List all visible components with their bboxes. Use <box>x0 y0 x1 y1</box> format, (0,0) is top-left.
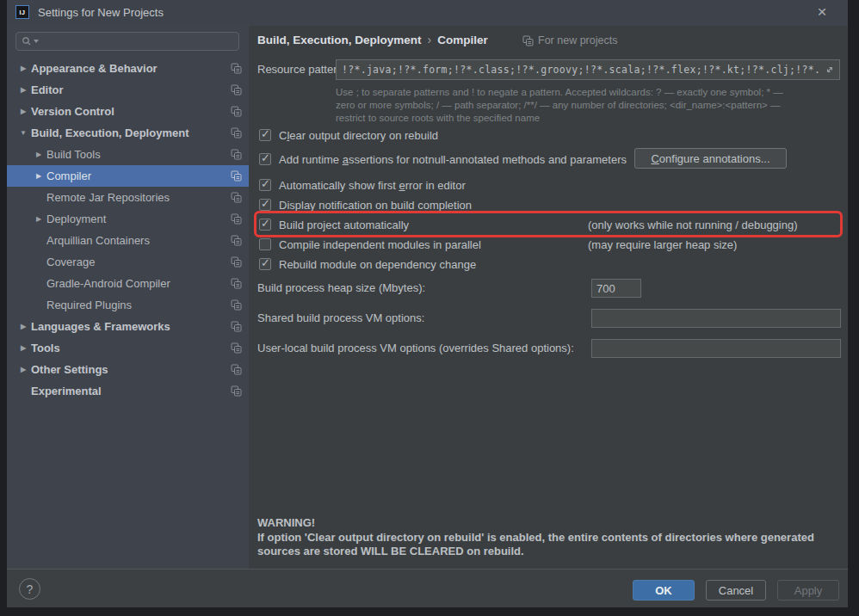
sidebar-item-label: Tools <box>31 342 60 354</box>
chevron-right-icon[interactable]: ▶ <box>17 65 29 72</box>
sidebar-item-label: Build Tools <box>46 148 101 161</box>
sidebar-item-build-tools[interactable]: ▶ Build Tools <box>7 144 249 165</box>
shared-settings-icon <box>231 299 242 311</box>
chevron-right-icon[interactable]: ▶ <box>17 367 29 373</box>
sidebar-item-label: Version Control <box>31 105 114 118</box>
apply-button: Apply <box>777 580 839 601</box>
sidebar-item-other-settings[interactable]: ▶ Other Settings <box>7 359 249 380</box>
rebuild-dependency-checkbox[interactable] <box>259 258 271 270</box>
window-title: Settings for New Projects <box>38 6 164 19</box>
row-build-project-automatically: Build project automatically (only works … <box>259 215 409 234</box>
checkbox-label: Build project automatically <box>279 219 409 231</box>
build-automatically-checkbox[interactable] <box>259 219 271 231</box>
sidebar-item-label: Remote Jar Repositories <box>46 191 170 204</box>
shared-settings-icon <box>231 213 242 225</box>
sidebar-item-remote-jar-repositories[interactable]: ▶ Remote Jar Repositories <box>7 187 249 208</box>
heap-size-label: Build process heap size (Mbytes): <box>257 279 425 298</box>
sidebar-item-label: Appearance & Behavior <box>31 62 158 75</box>
user-local-vm-options-label: User-local build process VM options (ove… <box>257 339 574 358</box>
help-icon[interactable]: ? <box>19 578 40 600</box>
sidebar-item-compiler[interactable]: ▶ Compiler <box>7 165 249 187</box>
row-display-notification: Display notification on build completion <box>259 195 472 214</box>
close-icon[interactable]: × <box>813 3 831 22</box>
shared-settings-icon <box>231 235 242 246</box>
shared-settings-icon <box>522 35 534 46</box>
sidebar-item-label: Other Settings <box>31 363 108 376</box>
sidebar-item-deployment[interactable]: ▶ Deployment <box>7 208 249 230</box>
expand-field-icon[interactable] <box>825 65 835 75</box>
shared-settings-icon <box>231 278 242 289</box>
sidebar-item-required-plugins[interactable]: ▶ Required Plugins <box>7 294 249 316</box>
settings-sidebar: ▶ Appearance & Behavior ▶ Editor ▶ Versi… <box>7 26 249 569</box>
cancel-button[interactable]: Cancel <box>706 580 766 601</box>
user-local-vm-options-input[interactable] <box>591 339 841 358</box>
breadcrumb: Build, Execution, Deployment › Compiler <box>257 33 488 46</box>
sidebar-item-label: Gradle-Android Compiler <box>46 277 170 290</box>
breadcrumb-build-execution-deployment[interactable]: Build, Execution, Deployment <box>257 34 422 46</box>
shared-settings-icon <box>231 192 242 203</box>
shared-settings-icon <box>231 170 242 182</box>
sidebar-item-label: Required Plugins <box>46 299 132 311</box>
compile-parallel-hint: (may require larger heap size) <box>588 238 737 251</box>
sidebar-item-version-control[interactable]: ▶ Version Control <box>7 101 249 122</box>
checkbox-label: Automatically show first error in editor <box>279 179 466 192</box>
ok-button[interactable]: OK <box>633 580 695 601</box>
resource-patterns-field[interactable] <box>336 59 840 80</box>
breadcrumb-compiler: Compiler <box>437 34 488 46</box>
shared-settings-icon <box>231 321 242 332</box>
heap-size-input[interactable] <box>591 279 641 298</box>
chevron-right-icon[interactable]: ▶ <box>33 151 45 158</box>
compiler-settings-panel: Build, Execution, Deployment › Compiler … <box>249 26 848 569</box>
row-clear-output-directory: Clear output directory on rebuild <box>259 126 438 145</box>
settings-tree: ▶ Appearance & Behavior ▶ Editor ▶ Versi… <box>7 58 249 402</box>
sidebar-item-build-execution-deployment[interactable]: ▼ Build, Execution, Deployment <box>7 122 249 144</box>
show-first-error-checkbox[interactable] <box>259 179 271 191</box>
row-compile-parallel: Compile independent modules in parallel … <box>259 235 481 254</box>
compile-parallel-checkbox[interactable] <box>259 238 271 250</box>
chevron-right-icon[interactable]: ▶ <box>17 345 29 352</box>
sidebar-item-appearance-behavior[interactable]: ▶ Appearance & Behavior <box>7 58 249 79</box>
shared-vm-options-input[interactable] <box>591 309 841 328</box>
checkbox-label: Compile independent modules in parallel <box>279 238 481 251</box>
chevron-right-icon[interactable]: ▶ <box>17 87 29 94</box>
sidebar-item-tools[interactable]: ▶ Tools <box>7 337 249 359</box>
sidebar-item-label: Languages & Frameworks <box>31 320 170 333</box>
resource-patterns-input[interactable] <box>337 64 825 76</box>
configure-annotations-button[interactable]: Configure annotations... <box>634 148 787 169</box>
shared-settings-icon <box>231 127 242 139</box>
intellij-logo-icon: IJ <box>15 5 29 19</box>
row-runtime-assertions: Add runtime assertions for notnull-annot… <box>259 150 627 169</box>
sidebar-item-languages-frameworks[interactable]: ▶ Languages & Frameworks <box>7 316 249 337</box>
search-icon <box>22 36 32 46</box>
dialog-footer: ? OK Cancel Apply <box>7 569 848 607</box>
chevron-right-icon[interactable]: ▶ <box>33 173 45 180</box>
patterns-help-text: Use ; to separate patterns and ! to nega… <box>336 86 845 125</box>
search-input[interactable] <box>39 35 238 47</box>
settings-dialog: IJ Settings for New Projects × ▶ Appeara… <box>7 0 848 607</box>
chevron-down-icon[interactable]: ▼ <box>17 130 29 137</box>
checkbox-label: Clear output directory on rebuild <box>279 129 438 142</box>
sidebar-item-label: Deployment <box>46 213 106 225</box>
sidebar-item-arquillian-containers[interactable]: ▶ Arquillian Containers <box>7 230 249 251</box>
chevron-right-icon[interactable]: ▶ <box>33 216 45 223</box>
breadcrumb-separator: › <box>428 33 432 46</box>
sidebar-item-gradle-android-compiler[interactable]: ▶ Gradle-Android Compiler <box>7 273 249 294</box>
chevron-right-icon[interactable]: ▶ <box>17 323 29 330</box>
shared-settings-icon <box>231 256 242 268</box>
shared-settings-icon <box>231 84 242 95</box>
row-rebuild-on-dependency-change: Rebuild module on dependency change <box>259 255 476 274</box>
build-automatically-hint: (only works while not running / debuggin… <box>588 219 798 231</box>
display-notification-checkbox[interactable] <box>259 199 271 211</box>
settings-search-box[interactable] <box>15 32 239 51</box>
runtime-assertions-checkbox[interactable] <box>259 153 271 165</box>
row-show-first-error: Automatically show first error in editor <box>259 176 466 194</box>
titlebar: IJ Settings for New Projects × <box>7 0 848 26</box>
sidebar-item-label: Compiler <box>46 169 91 182</box>
clear-output-checkbox[interactable] <box>259 129 271 141</box>
sidebar-item-label: Coverage <box>46 256 95 268</box>
chevron-right-icon[interactable]: ▶ <box>17 108 29 115</box>
sidebar-item-coverage[interactable]: ▶ Coverage <box>7 251 249 273</box>
sidebar-item-editor[interactable]: ▶ Editor <box>7 79 249 101</box>
sidebar-item-label: Editor <box>31 83 64 96</box>
sidebar-item-experimental[interactable]: ▶ Experimental <box>7 380 249 402</box>
